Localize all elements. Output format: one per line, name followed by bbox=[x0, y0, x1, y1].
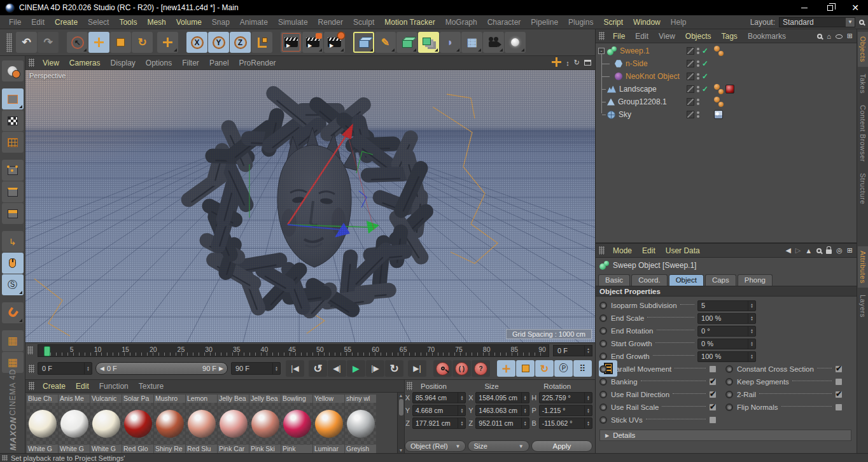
play-backwards-button[interactable]: ↺ bbox=[309, 360, 327, 377]
animation-dot-icon[interactable] bbox=[599, 378, 607, 386]
add-panel-icon[interactable]: ⊞ bbox=[847, 246, 853, 255]
material-tile-0[interactable]: Blue ChWhite G bbox=[27, 395, 58, 453]
material-tag-sky-icon[interactable] bbox=[714, 110, 723, 119]
goto-end-button[interactable]: ▶| bbox=[408, 360, 426, 377]
object-name[interactable]: Sweep.1 bbox=[620, 46, 650, 55]
object-menu-edit[interactable]: Edit bbox=[630, 32, 654, 41]
menu-script[interactable]: Script bbox=[598, 18, 628, 27]
start-frame-field[interactable]: 0 F ▲▼ bbox=[38, 362, 92, 375]
model-mode-button[interactable] bbox=[2, 88, 24, 109]
material-preview[interactable] bbox=[345, 403, 376, 445]
layer-box-icon[interactable] bbox=[687, 98, 694, 106]
dock-tab-objects[interactable]: Objects bbox=[858, 32, 868, 67]
previous-frame-button[interactable]: ◀| bbox=[328, 360, 346, 377]
material-menu-edit[interactable]: Edit bbox=[71, 382, 94, 391]
material-tile-3[interactable]: Solar PaRed Glo bbox=[122, 395, 153, 453]
object-row-sweep-1[interactable]: -Sweep.1✓ bbox=[596, 45, 857, 57]
history-back-icon[interactable]: ◀ bbox=[785, 246, 790, 255]
animation-dot-icon[interactable] bbox=[599, 327, 607, 335]
viewport-menu-panel[interactable]: Panel bbox=[204, 59, 234, 67]
spinner-arrows-icon[interactable]: ▲▼ bbox=[84, 363, 92, 374]
menu-plugins[interactable]: Plugins bbox=[563, 18, 598, 27]
tweak-mode-button[interactable] bbox=[2, 253, 24, 274]
object-name[interactable]: Group12208.1 bbox=[618, 97, 667, 106]
isoparm-subdivision-field[interactable]: 5▲▼ bbox=[697, 300, 756, 311]
apply-button[interactable]: Apply bbox=[531, 440, 592, 452]
dock-tab-content-browser[interactable]: Content Browser bbox=[858, 101, 868, 166]
tab-basic[interactable]: Basic bbox=[598, 274, 630, 286]
search-icon[interactable] bbox=[859, 20, 864, 25]
attribute-menu-edit[interactable]: Edit bbox=[637, 246, 661, 255]
attribute-menu-user-data[interactable]: User Data bbox=[661, 246, 705, 255]
panel-grip[interactable] bbox=[29, 382, 34, 390]
size-mode-dropdown[interactable]: Size ▼ bbox=[468, 440, 529, 452]
phong-tag-icon[interactable] bbox=[714, 97, 724, 107]
object-row-sky[interactable]: Sky bbox=[596, 108, 857, 121]
object-name[interactable]: Sky bbox=[619, 110, 631, 119]
visibility-dots-icon[interactable] bbox=[697, 48, 699, 54]
size-z-field[interactable]: 952.011 cm▲▼ bbox=[475, 417, 529, 429]
panel-grip[interactable] bbox=[27, 346, 33, 354]
record-keyframe-button[interactable] bbox=[433, 360, 452, 377]
use-rail-scale-checkbox[interactable] bbox=[709, 403, 717, 411]
spinner-arrows-icon[interactable]: ▲▼ bbox=[272, 363, 280, 374]
range-left-arrow-icon[interactable]: ◀ bbox=[100, 365, 104, 372]
tab-caps[interactable]: Caps bbox=[705, 274, 736, 286]
animation-dot-icon[interactable] bbox=[599, 314, 607, 322]
object-menu-bookmarks[interactable]: Bookmarks bbox=[743, 32, 791, 41]
spinner-arrows-icon[interactable]: ▲▼ bbox=[748, 339, 755, 349]
2-rail-checkbox[interactable] bbox=[835, 391, 843, 398]
lock-z-axis-button[interactable]: Z bbox=[230, 32, 251, 53]
viewport-menu-view[interactable]: View bbox=[38, 59, 64, 67]
light-button[interactable] bbox=[505, 32, 526, 53]
material-preview[interactable] bbox=[27, 403, 58, 445]
spinner-arrows-icon[interactable]: ▲▼ bbox=[748, 301, 755, 311]
enable-axis-button[interactable]: ↳ bbox=[2, 231, 24, 252]
key-rotation-button[interactable]: ↻ bbox=[535, 360, 554, 377]
close-button[interactable]: ✕ bbox=[843, 0, 868, 15]
parallel-movement-checkbox[interactable] bbox=[709, 365, 717, 373]
spinner-arrows-icon[interactable]: ▲▼ bbox=[748, 326, 755, 336]
material-tile-10[interactable]: shiny wlGreyish bbox=[345, 395, 376, 453]
banking-checkbox[interactable] bbox=[709, 378, 717, 386]
menu-create[interactable]: Create bbox=[50, 18, 83, 27]
viewport-menu-filter[interactable]: Filter bbox=[177, 59, 204, 67]
rotate-tool-button[interactable]: ↻ bbox=[132, 32, 153, 53]
play-forwards-button[interactable]: ▶ bbox=[347, 360, 365, 377]
layer-box-icon[interactable] bbox=[687, 73, 694, 80]
panel-grip[interactable] bbox=[407, 382, 412, 390]
object-properties-section[interactable]: Object Properties bbox=[596, 286, 857, 297]
record-scopes-button[interactable]: ( ) bbox=[452, 360, 471, 377]
size-x-field[interactable]: 1584.095 cm▲▼ bbox=[475, 392, 529, 403]
position-x-field[interactable]: 85.964 cm▲▼ bbox=[412, 392, 466, 403]
timeline-ruler[interactable]: 051015202530354045505560657075808590 bbox=[38, 344, 549, 357]
stick-uvs-checkbox[interactable] bbox=[709, 416, 717, 424]
workplane-mode-button[interactable] bbox=[2, 132, 24, 153]
spinner-arrows-icon[interactable]: ▲▼ bbox=[521, 418, 529, 428]
material-preview[interactable] bbox=[313, 403, 344, 445]
current-frame-spinner[interactable]: 0 F ▲▼ bbox=[553, 345, 592, 356]
size-y-field[interactable]: 1463.063 cm▲▼ bbox=[475, 405, 529, 416]
dock-tab-layers[interactable]: Layers bbox=[858, 290, 868, 322]
object-row-group12208-1[interactable]: Group12208.1 bbox=[596, 95, 857, 108]
lock-x-axis-button[interactable]: X bbox=[186, 32, 207, 53]
layer-box-icon[interactable] bbox=[687, 111, 694, 118]
key-position-button[interactable] bbox=[497, 360, 515, 377]
object-menu-objects[interactable]: Objects bbox=[680, 32, 717, 41]
spinner-arrows-icon[interactable]: ▲▼ bbox=[748, 314, 755, 323]
autokey-help-button[interactable]: ? bbox=[472, 360, 490, 377]
viewport-menu-options[interactable]: Options bbox=[141, 59, 177, 67]
last-used-tool-button[interactable] bbox=[157, 32, 178, 53]
material-tile-5[interactable]: LemonRed Slu bbox=[186, 395, 217, 453]
object-row-n-side[interactable]: n-Side✓ bbox=[596, 57, 857, 70]
phong-tag-icon[interactable] bbox=[714, 46, 724, 56]
material-preview[interactable] bbox=[218, 403, 249, 445]
scroll-thumb[interactable] bbox=[399, 399, 403, 416]
phong-tag-icon[interactable] bbox=[714, 84, 724, 94]
dock-tab-takes[interactable]: Takes bbox=[858, 69, 868, 98]
redo-button[interactable]: ↷ bbox=[38, 32, 59, 53]
material-preview[interactable] bbox=[122, 403, 153, 445]
menu-character[interactable]: Character bbox=[482, 18, 526, 27]
object-name[interactable]: Landscape bbox=[619, 85, 657, 94]
material-preview[interactable] bbox=[90, 403, 122, 445]
